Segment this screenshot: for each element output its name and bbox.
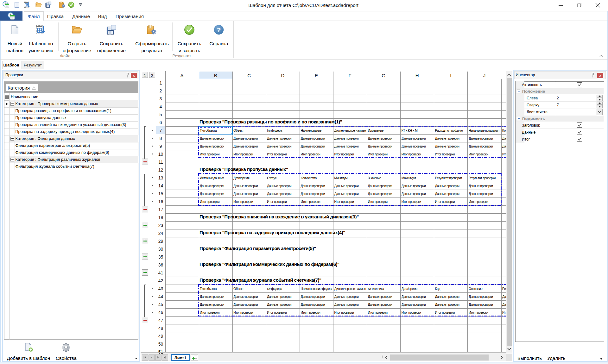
svg-text:?: ? bbox=[217, 26, 221, 34]
